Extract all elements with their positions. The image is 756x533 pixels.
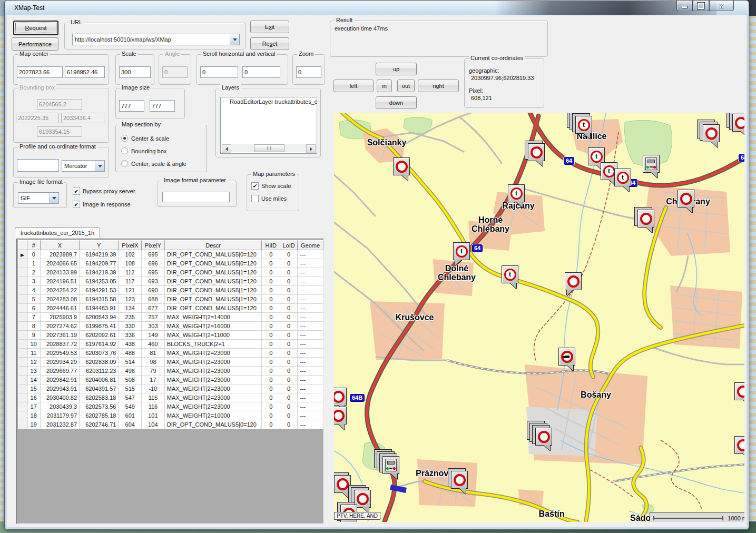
map-marker[interactable]: t [508, 184, 525, 202]
grid-cell[interactable]: 2 [27, 268, 41, 277]
grid-cell[interactable]: 508 [119, 376, 142, 384]
grid-cell[interactable]: 11 [27, 349, 41, 358]
column-header[interactable]: PixelY [142, 240, 165, 250]
grid-cell[interactable]: --- [298, 250, 323, 259]
grid-cell[interactable]: --- [298, 384, 323, 393]
grid-cell[interactable]: 13 [27, 367, 41, 376]
map-center-y-input[interactable] [65, 66, 105, 78]
performance-button[interactable]: Performance [12, 37, 58, 51]
row-selector[interactable] [18, 331, 27, 340]
grid-cell[interactable]: MAX_WEIGHT|2=23000 [165, 376, 262, 384]
map-marker[interactable]: t [453, 242, 470, 260]
grid-cell[interactable]: 438 [119, 340, 142, 349]
table-row[interactable]: 112029549.536203073.7648881MAX_WEIGHT|2=… [18, 349, 323, 358]
truck-grid[interactable]: #XYPixelXPixelYDescrHiIDLoIDGeome▶020239… [18, 240, 323, 429]
grid-cell[interactable]: 0 [280, 420, 298, 429]
grid-cell[interactable]: --- [298, 268, 323, 277]
table-row[interactable]: 72025903.96200543.94235257MAX_WEIGHT|2=1… [18, 313, 323, 322]
grid-cell[interactable]: 6194219.39 [80, 250, 119, 259]
grid-cell[interactable]: 257 [142, 313, 165, 322]
grid-cell[interactable]: 3 [27, 277, 41, 286]
grid-cell[interactable]: --- [298, 304, 323, 313]
grid-cell[interactable]: 2030400.82 [41, 393, 80, 402]
grid-cell[interactable]: DIR_OPT_COND_MALUS5|0=120 [165, 420, 262, 429]
map-marker[interactable] [382, 456, 399, 474]
grid-cell[interactable]: 0 [262, 313, 280, 322]
grid-cell[interactable]: 601 [119, 411, 142, 420]
column-header[interactable]: HiID [262, 240, 280, 250]
grid-cell[interactable]: 2025903.9 [41, 313, 80, 322]
row-selector[interactable] [18, 322, 27, 331]
grid-cell[interactable]: 0 [262, 358, 280, 367]
scroll-v-input[interactable] [242, 66, 280, 78]
grid-cell[interactable]: 16 [27, 393, 41, 402]
map-view[interactable]: SolčiankyNadliceRajčanyHorné ChlebanyChy… [334, 113, 744, 522]
grid-cell[interactable]: 6194291.53 [80, 286, 119, 295]
row-selector[interactable] [18, 402, 27, 411]
pan-left-button[interactable]: left [333, 80, 374, 92]
image-height-input[interactable] [150, 100, 175, 112]
grid-cell[interactable]: 2031179.97 [41, 411, 80, 420]
grid-cell[interactable]: 6 [27, 304, 41, 313]
grid-cell[interactable]: 123 [119, 295, 142, 304]
row-selector[interactable] [18, 268, 27, 277]
grid-cell[interactable]: DIR_OPT_COND_MALUS5|0=120 [165, 250, 262, 259]
grid-cell[interactable]: DIR_OPT_COND_MALUS5|0=120 [165, 259, 262, 268]
grid-cell[interactable]: 101 [142, 411, 165, 420]
grid-cell[interactable]: 6197614.92 [80, 340, 119, 349]
grid-cell[interactable]: 2029934.29 [41, 358, 80, 367]
grid-cell[interactable]: 112 [119, 268, 142, 277]
grid-cell[interactable]: 14 [27, 376, 41, 384]
pan-down-button[interactable]: down [376, 96, 417, 109]
grid-cell[interactable]: 2027274.62 [41, 322, 80, 331]
grid-cell[interactable]: 149 [142, 331, 165, 340]
grid-cell[interactable]: 0 [280, 259, 298, 268]
grid-cell[interactable]: 2030439.3 [41, 402, 80, 411]
coordinate-format-dropdown[interactable] [95, 161, 104, 171]
map-marker[interactable] [535, 428, 552, 446]
grid-cell[interactable]: 0 [280, 411, 298, 420]
table-row[interactable]: ▶02023989.76194219.39102695DIR_OPT_COND_… [18, 250, 323, 259]
grid-cell[interactable]: DIR_OPT_COND_MALUS5|1=120 [165, 286, 262, 295]
grid-cell[interactable]: 0 [280, 286, 298, 295]
grid-cell[interactable]: DIR_OPT_COND_MALUS5|1=120 [165, 277, 262, 286]
grid-cell[interactable]: 0 [262, 367, 280, 376]
grid-cell[interactable]: 6204391.57 [80, 384, 119, 393]
table-row[interactable]: 42024254.226194291.53121690DIR_OPT_COND_… [18, 286, 323, 295]
table-row[interactable]: 52024283.086194315.58123688DIR_OPT_COND_… [18, 295, 323, 304]
grid-cell[interactable]: --- [298, 313, 323, 322]
map-marker[interactable] [637, 210, 654, 228]
table-row[interactable]: 32024196.516194253.05117693DIR_OPT_COND_… [18, 277, 323, 286]
grid-cell[interactable]: 2028837.72 [41, 340, 80, 349]
grid-cell[interactable]: 102 [119, 250, 142, 259]
grid-cell[interactable]: MAX_WEIGHT|2=11000 [165, 331, 262, 340]
scroll-h-input[interactable] [200, 66, 238, 78]
grid-cell[interactable]: 2024283.08 [41, 295, 80, 304]
table-row[interactable]: 182031179.976202785.18601101MAX_WEIGHT|2… [18, 411, 323, 420]
grid-cell[interactable]: 515 [119, 384, 142, 393]
column-header[interactable]: PixelX [119, 240, 142, 250]
grid-cell[interactable]: 0 [280, 340, 298, 349]
grid-cell[interactable]: 7 [27, 313, 41, 322]
grid-cell[interactable]: 0 [280, 295, 298, 304]
grid-cell[interactable]: 330 [119, 322, 142, 331]
grid-cell[interactable]: 6203112.23 [80, 367, 119, 376]
grid-cell[interactable]: 8 [27, 322, 41, 331]
grid-cell[interactable]: 108 [119, 259, 142, 268]
grid-cell[interactable]: 688 [142, 295, 165, 304]
grid-cell[interactable]: --- [298, 331, 323, 340]
grid-cell[interactable]: 303 [142, 322, 165, 331]
grid-cell[interactable]: 0 [262, 322, 280, 331]
grid-cell[interactable]: 547 [119, 393, 142, 402]
pan-up-button[interactable]: up [376, 63, 417, 75]
map-marker[interactable]: t [614, 169, 631, 186]
grid-cell[interactable]: --- [298, 340, 323, 349]
grid-cell[interactable]: 336 [119, 331, 142, 340]
layers-hscrollbar[interactable] [222, 144, 316, 152]
map-marker[interactable] [558, 348, 575, 366]
url-combobox[interactable]: http://localhost:50010/xmap/ws/XMap [72, 34, 240, 45]
row-selector[interactable] [18, 277, 27, 286]
grid-cell[interactable]: 6194315.58 [80, 295, 119, 304]
grid-cell[interactable]: MAX_WEIGHT|2=23000 [165, 384, 262, 393]
scroll-left-button[interactable] [222, 144, 231, 153]
